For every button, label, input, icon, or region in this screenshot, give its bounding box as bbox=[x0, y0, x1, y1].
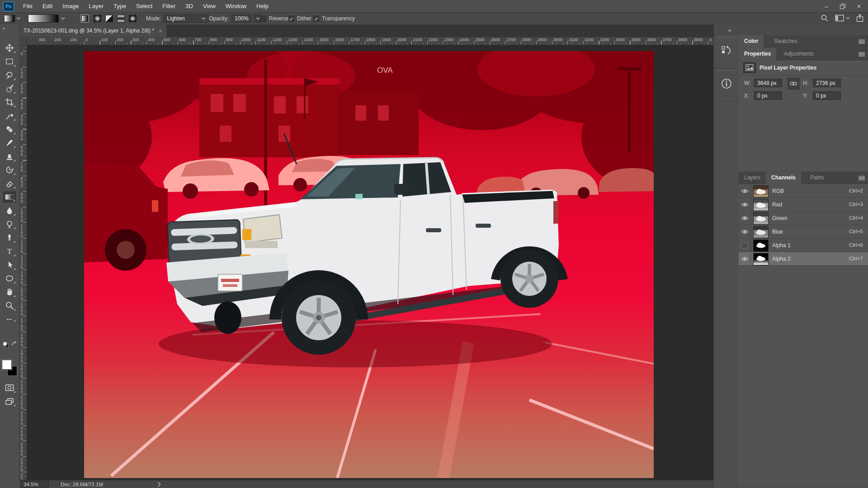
tab-close-icon[interactable]: × bbox=[159, 28, 162, 34]
menu-edit[interactable]: Edit bbox=[38, 0, 57, 12]
mode-dropdown[interactable]: Lighten bbox=[164, 14, 209, 23]
reverse-option[interactable]: Reverse bbox=[260, 15, 289, 22]
channel-row-rgb[interactable]: RGB Ctrl+2 bbox=[739, 184, 868, 198]
tab-layers[interactable]: Layers bbox=[739, 172, 766, 184]
link-dimensions-button[interactable] bbox=[788, 78, 799, 89]
quick-selection-tool[interactable] bbox=[2, 82, 17, 95]
crop-tool[interactable] bbox=[2, 96, 17, 108]
zoom-tool[interactable] bbox=[2, 299, 17, 312]
menu-layer[interactable]: Layer bbox=[84, 0, 109, 12]
edit-toolbar-button[interactable]: ••• bbox=[2, 316, 17, 323]
channel-thumbnail[interactable] bbox=[753, 239, 769, 252]
rectangular-marquee-tool[interactable] bbox=[2, 55, 17, 68]
menu-help[interactable]: Help bbox=[251, 0, 274, 12]
gradient-tool[interactable] bbox=[2, 191, 17, 203]
dock-collapse-arrows[interactable]: « bbox=[728, 27, 731, 33]
dodge-tool[interactable] bbox=[2, 218, 17, 230]
lasso-tool[interactable] bbox=[2, 69, 17, 81]
gradient-type-angle[interactable] bbox=[105, 14, 113, 23]
panel-menu-icon[interactable] bbox=[859, 39, 865, 44]
vertical-ruler[interactable]: 01 0 02 0 03 0 04 0 05 0 06 0 07 0 08 0 … bbox=[19, 45, 27, 480]
tab-swatches[interactable]: Swatches bbox=[769, 35, 803, 47]
restore-button[interactable] bbox=[836, 2, 849, 11]
visibility-eye-icon[interactable] bbox=[739, 184, 751, 198]
visibility-toggle-empty[interactable] bbox=[739, 239, 751, 252]
menu-image[interactable]: Image bbox=[57, 0, 84, 12]
channel-thumbnail[interactable] bbox=[753, 253, 769, 265]
foreground-color-swatch[interactable] bbox=[2, 360, 12, 370]
x-field[interactable]: 0 px bbox=[754, 91, 782, 100]
gradient-type-radial[interactable] bbox=[93, 14, 102, 23]
visibility-eye-icon[interactable] bbox=[739, 198, 751, 211]
dither-checkbox[interactable]: ✓ bbox=[288, 16, 294, 22]
history-brush-tool[interactable] bbox=[2, 164, 17, 176]
channel-thumbnail[interactable] bbox=[753, 212, 769, 225]
gradient-type-linear[interactable] bbox=[80, 14, 89, 23]
menu-select[interactable]: Select bbox=[131, 0, 157, 12]
transparency-checkbox[interactable]: ✓ bbox=[313, 16, 319, 22]
zoom-level-field[interactable]: 34.5% bbox=[21, 481, 49, 488]
swap-colors-icon[interactable] bbox=[11, 341, 17, 347]
path-selection-tool[interactable] bbox=[2, 258, 17, 271]
tool-preset-picker[interactable] bbox=[3, 14, 24, 23]
dither-option[interactable]: ✓ Dither bbox=[288, 15, 311, 22]
document-tab[interactable]: TX-20150623-001.dng @ 34.5% (Layer 1, Al… bbox=[19, 24, 167, 37]
menu-type[interactable]: Type bbox=[108, 0, 131, 12]
panel-menu-icon[interactable] bbox=[859, 52, 865, 56]
channel-row-alpha1[interactable]: Alpha 1 Ctrl+6 bbox=[739, 239, 868, 252]
clone-stamp-tool[interactable] bbox=[2, 150, 17, 163]
tab-properties[interactable]: Properties bbox=[739, 48, 776, 60]
tab-channels[interactable]: Channels bbox=[766, 172, 801, 184]
status-expand-icon[interactable] bbox=[157, 482, 161, 487]
channel-thumbnail[interactable] bbox=[753, 226, 769, 238]
info-panel-button[interactable] bbox=[714, 68, 739, 101]
eraser-tool[interactable] bbox=[2, 177, 17, 190]
share-icon[interactable] bbox=[856, 14, 863, 22]
quick-mask-button[interactable] bbox=[2, 381, 17, 394]
visibility-eye-icon[interactable] bbox=[739, 252, 751, 266]
gradient-type-reflected[interactable] bbox=[117, 14, 125, 23]
visibility-eye-icon[interactable] bbox=[739, 225, 751, 239]
move-tool[interactable] bbox=[2, 42, 17, 54]
panel-menu-icon[interactable] bbox=[859, 176, 865, 180]
document-size-info[interactable]: Doc: 28.6M/72.1M bbox=[61, 482, 137, 487]
default-colors-icon[interactable] bbox=[3, 342, 9, 348]
tab-paths[interactable]: Paths bbox=[805, 172, 830, 184]
horizontal-ruler[interactable]: 3002001000100200300400500600700800900100… bbox=[27, 37, 713, 45]
spot-healing-brush-tool[interactable] bbox=[2, 123, 17, 136]
history-panel-button[interactable] bbox=[714, 35, 739, 68]
screen-mode-button[interactable] bbox=[2, 395, 17, 408]
channel-row-red[interactable]: Red Ctrl+3 bbox=[739, 198, 868, 211]
eyedropper-tool[interactable] bbox=[2, 109, 17, 122]
transparency-option[interactable]: ✓ Transparency bbox=[313, 15, 355, 22]
ruler-corner[interactable] bbox=[19, 37, 27, 45]
channel-row-alpha2[interactable]: Alpha 2 Ctrl+7 bbox=[739, 252, 868, 266]
menu-file[interactable]: File bbox=[18, 0, 38, 12]
tab-color[interactable]: Color bbox=[739, 35, 764, 47]
document-canvas[interactable]: OVA bbox=[84, 51, 654, 478]
height-field[interactable]: 2736 px bbox=[813, 79, 841, 87]
gradient-preview[interactable] bbox=[28, 14, 59, 23]
type-tool[interactable]: T bbox=[2, 245, 17, 258]
menu-view[interactable]: View bbox=[198, 0, 221, 12]
reverse-checkbox[interactable] bbox=[260, 16, 266, 22]
menu-3d[interactable]: 3D bbox=[180, 0, 198, 12]
channel-thumbnail[interactable] bbox=[753, 199, 769, 211]
search-icon[interactable] bbox=[821, 14, 829, 22]
gradient-type-diamond[interactable] bbox=[128, 14, 137, 23]
channel-row-green[interactable]: Green Ctrl+4 bbox=[739, 211, 868, 225]
visibility-eye-icon[interactable] bbox=[739, 211, 751, 225]
gradient-preset-picker[interactable] bbox=[28, 14, 71, 23]
channel-thumbnail[interactable] bbox=[753, 185, 769, 197]
menu-window[interactable]: Window bbox=[221, 0, 251, 12]
workspace-switcher[interactable] bbox=[835, 14, 850, 22]
close-button[interactable]: × bbox=[853, 2, 865, 11]
tab-adjustments[interactable]: Adjustments bbox=[778, 48, 819, 60]
y-field[interactable]: 0 px bbox=[813, 91, 841, 100]
channel-row-blue[interactable]: Blue Ctrl+5 bbox=[739, 225, 868, 239]
width-field[interactable]: 3648 px bbox=[754, 79, 782, 87]
ellipse-shape-tool[interactable] bbox=[2, 272, 17, 285]
pen-tool[interactable] bbox=[2, 231, 17, 244]
minimize-button[interactable]: – bbox=[820, 2, 833, 11]
brush-tool[interactable] bbox=[2, 136, 17, 149]
